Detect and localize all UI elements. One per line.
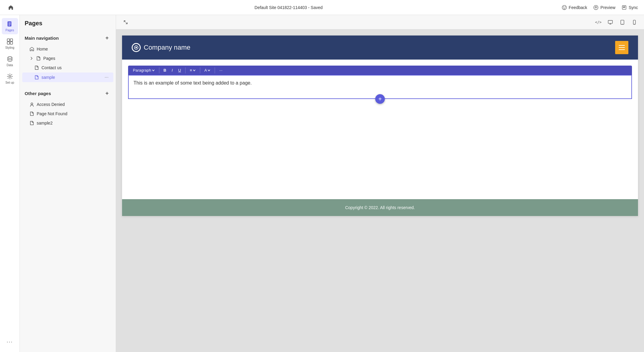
nav-item-contact-us[interactable]: Contact us bbox=[22, 63, 113, 72]
svg-rect-6 bbox=[7, 39, 10, 41]
site-logo: Company name bbox=[132, 43, 190, 52]
sidebar-more-button[interactable]: ··· bbox=[2, 336, 18, 347]
svg-point-12 bbox=[31, 103, 33, 105]
toolbar-divider bbox=[215, 67, 215, 73]
other-pages-header: Other pages + bbox=[20, 87, 116, 100]
svg-point-18 bbox=[634, 23, 634, 24]
text-editor-container: Paragraph B I bbox=[128, 66, 632, 99]
main-navigation-header: Main navigation + bbox=[20, 32, 116, 44]
site-header: Company name bbox=[122, 36, 638, 60]
site-content: Paragraph B I bbox=[122, 60, 638, 109]
add-main-nav-button[interactable]: + bbox=[103, 34, 111, 42]
svg-point-1 bbox=[563, 6, 564, 7]
svg-point-16 bbox=[622, 23, 622, 24]
preview-button[interactable]: Preview bbox=[593, 5, 615, 10]
toolbar-divider bbox=[200, 67, 200, 73]
nav-item-sample[interactable]: sample ··· bbox=[22, 73, 113, 82]
nav-item-access-denied[interactable]: Access Denied bbox=[22, 100, 113, 109]
more-options-button[interactable]: ··· bbox=[217, 67, 225, 74]
add-block-button[interactable]: + bbox=[375, 94, 385, 104]
hamburger-line bbox=[619, 45, 625, 46]
mobile-view-button[interactable] bbox=[630, 17, 639, 27]
top-bar-right: Feedback Preview Sync bbox=[562, 5, 638, 10]
pages-title: Pages bbox=[20, 20, 116, 32]
svg-rect-14 bbox=[608, 20, 612, 23]
main-layout: Pages Styling Data Set up bbox=[0, 15, 644, 352]
italic-button[interactable]: I bbox=[169, 67, 175, 74]
hamburger-line bbox=[619, 49, 625, 50]
canvas-toolbar-right: </> bbox=[593, 17, 639, 27]
sync-button[interactable]: Sync bbox=[621, 5, 638, 10]
tablet-view-button[interactable] bbox=[618, 17, 627, 27]
preview-frame: Company name Paragraph bbox=[122, 36, 638, 216]
paragraph-selector[interactable]: Paragraph bbox=[130, 67, 157, 74]
align-button[interactable]: ≡ bbox=[187, 67, 198, 74]
resize-tool-button[interactable] bbox=[121, 17, 130, 27]
svg-point-2 bbox=[565, 6, 566, 7]
add-other-pages-button[interactable]: + bbox=[103, 89, 111, 97]
sidebar-item-setup[interactable]: Set up bbox=[2, 70, 18, 87]
toolbar-divider bbox=[159, 67, 159, 73]
icon-sidebar: Pages Styling Data Set up bbox=[0, 15, 20, 352]
svg-point-11 bbox=[9, 76, 11, 77]
canvas-toolbar: </> bbox=[116, 15, 644, 29]
svg-point-10 bbox=[8, 57, 12, 58]
top-bar: Default Site 041822-114403 - Saved Feedb… bbox=[0, 0, 644, 15]
page-preview: Company name Paragraph bbox=[116, 29, 644, 352]
code-view-button[interactable]: </> bbox=[593, 17, 603, 27]
canvas-area: </> bbox=[116, 15, 644, 352]
pages-sidebar: Pages Main navigation + Home Pages bbox=[20, 15, 116, 352]
svg-rect-9 bbox=[10, 42, 13, 44]
font-button[interactable]: A bbox=[202, 67, 213, 74]
nav-item-sample2[interactable]: sample2 bbox=[22, 119, 113, 128]
hamburger-button[interactable] bbox=[615, 41, 628, 54]
toolbar-divider bbox=[185, 67, 186, 73]
site-title: Default Site 041822-114403 - Saved bbox=[255, 5, 323, 10]
nav-item-home[interactable]: Home bbox=[22, 45, 113, 54]
top-bar-left bbox=[6, 3, 16, 12]
canvas-toolbar-left bbox=[121, 17, 130, 27]
sidebar-item-data[interactable]: Data bbox=[2, 53, 18, 69]
desktop-view-button[interactable] bbox=[606, 17, 615, 27]
nav-item-pages[interactable]: Pages bbox=[22, 54, 113, 63]
hamburger-line bbox=[619, 47, 625, 48]
svg-point-20 bbox=[135, 47, 137, 48]
sidebar-item-styling[interactable]: Styling bbox=[2, 36, 18, 52]
home-icon-top[interactable] bbox=[6, 3, 16, 12]
svg-rect-7 bbox=[10, 39, 13, 41]
text-box-wrapper: This is an example of some text being ad… bbox=[128, 75, 632, 99]
sidebar-item-pages[interactable]: Pages bbox=[2, 18, 18, 34]
sample-more-button[interactable]: ··· bbox=[105, 75, 109, 80]
text-editor-toolbar: Paragraph B I bbox=[128, 66, 632, 75]
feedback-button[interactable]: Feedback bbox=[562, 5, 587, 10]
svg-rect-4 bbox=[622, 5, 626, 9]
nav-item-page-not-found[interactable]: Page Not Found bbox=[22, 109, 113, 118]
bold-button[interactable]: B bbox=[161, 67, 169, 74]
svg-rect-8 bbox=[7, 42, 10, 44]
logo-icon bbox=[132, 43, 141, 52]
underline-button[interactable]: U bbox=[176, 67, 183, 74]
site-footer: Copyright © 2022. All rights reserved. bbox=[122, 199, 638, 216]
content-spacer bbox=[122, 109, 638, 199]
